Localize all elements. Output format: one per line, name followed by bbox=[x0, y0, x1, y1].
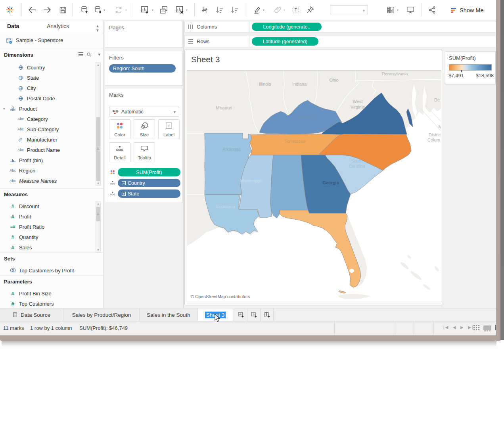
share-button[interactable] bbox=[427, 5, 437, 15]
new-worksheet-tab-button[interactable] bbox=[235, 308, 247, 321]
field-product-hierarchy[interactable]: ▾ Product bbox=[0, 103, 95, 114]
save-button[interactable] bbox=[57, 5, 68, 15]
chevron-down-icon[interactable]: ▾ bbox=[152, 8, 153, 12]
chevron-down-icon[interactable]: ▾ bbox=[103, 8, 105, 12]
pill-state[interactable]: +State bbox=[118, 189, 180, 198]
new-worksheet-button[interactable] bbox=[140, 5, 150, 15]
scroll-up-icon[interactable]: ▲ bbox=[97, 202, 100, 205]
columns-shelf[interactable]: Columns Longitude (generate.. bbox=[184, 21, 496, 33]
show-hide-cards-button[interactable] bbox=[385, 5, 396, 15]
chevron-down-icon[interactable]: ▾ bbox=[397, 8, 399, 12]
collapse-box-icon[interactable]: − bbox=[122, 181, 126, 185]
sort-descending-button[interactable] bbox=[230, 5, 240, 15]
expand-box-icon[interactable]: + bbox=[122, 192, 126, 196]
field-manufacturer[interactable]: Manufacturer bbox=[0, 134, 95, 145]
show-mark-labels-button[interactable]: T bbox=[291, 5, 301, 15]
pill-longitude[interactable]: Longitude (generate.. bbox=[252, 23, 322, 31]
pages-card[interactable]: Pages bbox=[105, 21, 183, 48]
chevron-down-icon[interactable]: ▾ bbox=[263, 8, 264, 12]
field-region[interactable]: Abc Region bbox=[0, 165, 95, 176]
field-country[interactable]: Country bbox=[0, 62, 95, 73]
tab-sales-by-product-region[interactable]: Sales by Product/Region bbox=[64, 308, 140, 321]
pill-latitude[interactable]: Latitude (generated) bbox=[252, 37, 318, 46]
field-top-customers-by-profit[interactable]: Top Customers by Profit bbox=[0, 265, 95, 276]
scrollbar-thumb[interactable] bbox=[96, 117, 100, 181]
new-dashboard-tab-button[interactable] bbox=[248, 308, 261, 321]
tab-sales-in-the-south[interactable]: Sales in the South bbox=[140, 308, 197, 321]
filmstrip-view-icon[interactable] bbox=[483, 325, 491, 330]
columns-icon bbox=[188, 24, 194, 29]
field-profit-ratio[interactable]: =# Profit Ratio bbox=[0, 222, 95, 232]
field-quantity[interactable]: # Quantity bbox=[0, 232, 95, 242]
scroll-up-icon[interactable]: ▲ bbox=[97, 63, 100, 66]
marks-card[interactable]: Marks Automatic ▼ Color Size T Label bbox=[105, 88, 183, 203]
filters-card[interactable]: Filters Region: South bbox=[105, 51, 183, 86]
field-discount[interactable]: # Discount bbox=[0, 201, 95, 211]
scroll-down-icon[interactable]: ▼ bbox=[97, 182, 100, 185]
field-sales[interactable]: # Sales bbox=[0, 242, 95, 253]
highlight-button[interactable] bbox=[252, 5, 263, 15]
scroll-down-icon[interactable]: ▼ bbox=[97, 249, 100, 251]
label-button[interactable]: T Label bbox=[158, 119, 180, 139]
pane-split-icon[interactable]: ▲▼ bbox=[96, 24, 100, 33]
fit-selector[interactable]: ▼ bbox=[330, 5, 368, 15]
format-link-icon[interactable] bbox=[273, 5, 283, 15]
chevron-down-icon[interactable]: ▼ bbox=[170, 110, 176, 114]
sheet-nav-arrows[interactable]: |◀ ◀ ▶ ▶| bbox=[443, 325, 474, 329]
tab-data[interactable]: Data bbox=[7, 23, 19, 29]
rows-shelf-label-cell: Rows bbox=[185, 36, 249, 47]
rows-shelf[interactable]: Rows Latitude (generated) bbox=[184, 36, 496, 47]
redo-button[interactable] bbox=[42, 5, 52, 15]
map-view[interactable]: Missouri Illinois Indiana Ohio Pennsylva… bbox=[187, 70, 441, 302]
hierarchy-icon bbox=[9, 106, 17, 111]
color-button[interactable]: Color bbox=[109, 119, 130, 139]
pill-country[interactable]: −Country bbox=[118, 179, 180, 187]
tab-analytics[interactable]: Analytics bbox=[47, 23, 69, 29]
paperclip-icon bbox=[17, 137, 25, 142]
field-measure-names[interactable]: Abc Measure Names bbox=[0, 176, 95, 186]
field-profit-bin-size[interactable]: # Profit Bin Size bbox=[0, 288, 95, 299]
collapse-icon[interactable]: ▾ bbox=[3, 107, 5, 111]
field-product-name[interactable]: Abc Product Name bbox=[0, 145, 95, 155]
field-state[interactable]: State bbox=[0, 73, 95, 83]
new-story-tab-button[interactable] bbox=[261, 308, 274, 321]
legend-gradient[interactable] bbox=[449, 64, 492, 71]
measures-scrollbar[interactable]: ▲ ▼ bbox=[96, 201, 101, 253]
tooltip-button[interactable]: Tooltip bbox=[134, 142, 155, 162]
field-top-customers[interactable]: # Top Customers bbox=[0, 299, 95, 309]
sort-ascending-button[interactable] bbox=[215, 5, 225, 15]
chevron-down-icon[interactable]: ▾ bbox=[95, 52, 100, 57]
chevron-down-icon: ▾ bbox=[284, 8, 285, 12]
pause-auto-updates-button[interactable] bbox=[93, 5, 103, 15]
presentation-mode-button[interactable] bbox=[405, 5, 416, 15]
field-profit[interactable]: # Profit bbox=[0, 211, 95, 222]
refresh-button[interactable] bbox=[113, 5, 124, 15]
filter-pill-region-south[interactable]: Region: South bbox=[109, 64, 176, 73]
field-city[interactable]: City bbox=[0, 83, 95, 93]
field-category[interactable]: Abc Category bbox=[0, 114, 95, 124]
size-button[interactable]: Size bbox=[134, 119, 155, 139]
scrollbar-thumb[interactable] bbox=[96, 207, 100, 221]
mark-type-dropdown[interactable]: Automatic ▼ bbox=[109, 107, 179, 117]
undo-button[interactable] bbox=[27, 5, 37, 15]
search-icon[interactable] bbox=[86, 52, 92, 57]
pill-sum-profit[interactable]: SUM(Profit) bbox=[118, 168, 180, 176]
swap-rows-columns-button[interactable] bbox=[199, 5, 210, 15]
view-list-icon[interactable] bbox=[78, 52, 83, 57]
field-profit-bin[interactable]: Profit (bin) bbox=[0, 155, 95, 165]
field-postal-code[interactable]: Postal Code bbox=[0, 93, 95, 103]
color-legend-card[interactable]: SUM(Profit) -$7,491 $18,598 bbox=[445, 52, 496, 84]
fix-axes-pin-icon[interactable] bbox=[305, 5, 316, 15]
duplicate-sheet-button[interactable] bbox=[159, 5, 169, 15]
datasource-row[interactable]: Sample - Superstore bbox=[0, 35, 103, 47]
show-tabs-icon[interactable] bbox=[473, 325, 480, 330]
new-data-source-button[interactable] bbox=[79, 5, 90, 15]
dimensions-scrollbar[interactable]: ▲ ▼ bbox=[96, 62, 101, 186]
clear-sheet-button[interactable] bbox=[174, 5, 185, 15]
field-sub-category[interactable]: Abc Sub-Category bbox=[0, 124, 95, 134]
cards-column: Pages Filters Region: South Marks Automa… bbox=[104, 20, 184, 308]
detail-button[interactable]: Detail bbox=[109, 142, 130, 162]
show-me-button[interactable]: Show Me bbox=[450, 5, 483, 15]
tab-data-source[interactable]: Data Source bbox=[0, 308, 63, 321]
chevron-down-icon[interactable]: ▾ bbox=[186, 8, 188, 12]
